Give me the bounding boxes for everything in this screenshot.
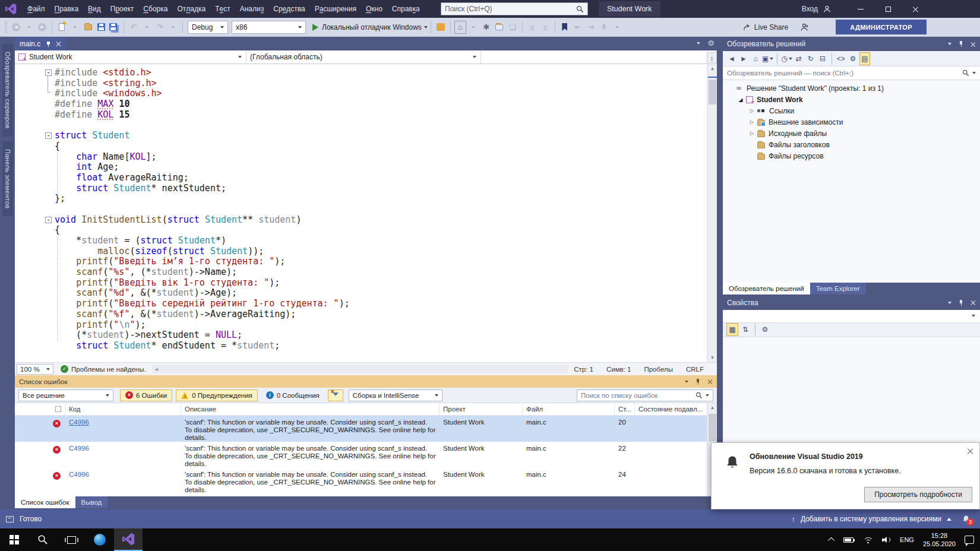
action-center-icon[interactable] <box>965 536 974 544</box>
filter-button[interactable] <box>328 390 343 401</box>
source-control-chevron-icon[interactable] <box>947 518 951 521</box>
language-indicator[interactable]: ENG <box>900 536 914 543</box>
view-details-button[interactable]: Просмотреть подробности <box>864 487 972 502</box>
menu-item-6[interactable]: Тест <box>210 0 235 18</box>
visual-studio-taskbar-button[interactable] <box>114 528 143 551</box>
side-tab-1[interactable]: Панель элементов <box>2 141 13 216</box>
volume-icon[interactable] <box>882 536 891 543</box>
properties-icon[interactable]: ⚙ <box>759 323 771 336</box>
window-position-chevron-icon[interactable] <box>948 302 951 304</box>
add-to-source-control-button[interactable]: Добавить в систему управления версиями <box>801 515 941 523</box>
tab-output[interactable]: Вывод <box>75 496 108 508</box>
show-all-files-icon[interactable]: ▤ <box>859 52 870 65</box>
next-bookmark-icon[interactable]: ⇥ <box>585 21 597 34</box>
error-search-input[interactable]: Поиск по списку ошибок <box>577 390 713 401</box>
error-row[interactable]: ×C4996'scanf': This function or variable… <box>15 442 717 468</box>
project-scope-dropdown[interactable]: Student Work <box>15 50 246 64</box>
wifi-icon[interactable] <box>862 536 873 543</box>
scroll-up-icon[interactable]: ▲ <box>707 403 717 412</box>
copy-icon[interactable]: ❏ <box>507 21 519 34</box>
expand-arrow-icon[interactable]: ▷ <box>748 108 756 113</box>
column-file[interactable]: Файл <box>523 403 615 415</box>
scrollbar-thumb[interactable] <box>709 414 716 441</box>
error-row[interactable]: ×C4996'scanf': This function or variable… <box>15 494 717 496</box>
menu-item-11[interactable]: Справка <box>387 0 425 18</box>
errors-filter-button[interactable]: × 6 Ошибки <box>120 390 172 401</box>
menu-item-3[interactable]: Проект <box>106 0 139 18</box>
error-list-titlebar[interactable]: Список ошибок <box>15 375 717 388</box>
editor-vertical-scrollbar[interactable]: ↕ ▲ ▼ <box>707 64 717 362</box>
column-suppression[interactable]: Состояние подавл... <box>635 403 717 415</box>
scrollbar-thumb[interactable] <box>709 80 716 104</box>
categorized-icon[interactable]: ▦ <box>726 323 738 336</box>
editor-options-gear-icon[interactable]: ⚙ <box>707 39 715 48</box>
tray-expand-chevron-icon[interactable] <box>828 537 834 544</box>
solution-explorer-titlebar[interactable]: Обозреватель решений <box>723 37 980 51</box>
tab-team-explorer[interactable]: Team Explorer <box>810 283 866 294</box>
bookmark-icon[interactable] <box>559 21 571 34</box>
expand-arrow-icon[interactable]: ▷ <box>748 131 756 136</box>
open-file-button[interactable] <box>82 21 94 34</box>
toolbar-overflow-chevron[interactable] <box>467 21 479 34</box>
undo-chevron[interactable] <box>141 21 153 34</box>
error-code-link[interactable]: C4996 <box>65 442 181 468</box>
pin-icon[interactable] <box>959 300 963 306</box>
pin-tab-icon[interactable] <box>46 41 51 47</box>
start-button[interactable] <box>0 528 29 551</box>
view-code-icon[interactable]: <> <box>836 52 846 65</box>
add-user-icon[interactable] <box>800 23 810 32</box>
refresh-icon[interactable]: ↻ <box>805 52 816 65</box>
save-button[interactable] <box>95 21 107 34</box>
properties-titlebar[interactable]: Свойства <box>723 296 980 310</box>
line-ending-indicator[interactable]: CRLF <box>686 366 704 373</box>
split-editor-handle[interactable]: ↕ <box>707 52 717 63</box>
tab-list-chevron-icon[interactable] <box>697 42 700 45</box>
live-share-button[interactable]: Live Share <box>742 23 788 31</box>
tree-item-6[interactable]: Файлы ресурсов <box>723 150 980 162</box>
navigate-home-icon[interactable]: ⌂ <box>454 21 466 34</box>
start-debugging-button[interactable]: Локальный отладчик Windows <box>322 23 422 31</box>
switch-views-icon[interactable]: ▣ <box>762 52 773 65</box>
administrator-button[interactable]: АДМИНИСТРАТОР <box>836 20 927 34</box>
new-project-chevron[interactable] <box>69 21 81 34</box>
save-all-button[interactable] <box>108 21 120 34</box>
solution-search-input[interactable]: Обозреватель решений — поиск (Ctrl+;) <box>723 66 980 80</box>
tree-item-0[interactable]: ∞Решение "Student Work" (проекты: 1 из 1… <box>723 83 980 94</box>
collapse-all-icon[interactable]: ⊟ <box>817 52 828 65</box>
select-cursor-icon[interactable]: ✱ <box>480 21 492 34</box>
clear-bookmarks-icon[interactable]: ⇞ <box>598 21 610 34</box>
menu-item-0[interactable]: Файл <box>23 0 50 18</box>
properties-object-dropdown[interactable] <box>723 310 980 323</box>
start-debugging-chevron[interactable] <box>424 26 428 28</box>
back-icon[interactable]: ◄ <box>726 52 737 65</box>
forward-icon[interactable]: ► <box>738 52 749 65</box>
messages-filter-button[interactable]: i 0 Сообщения <box>261 390 324 401</box>
error-code-link[interactable]: C4996 <box>65 416 181 442</box>
horizontal-scrollbar[interactable]: ◄ <box>152 365 568 373</box>
tree-item-4[interactable]: ▷Исходные файлы <box>723 128 980 139</box>
user-account-icon[interactable] <box>823 5 832 14</box>
properties-icon[interactable]: ⚙ <box>848 52 858 65</box>
menu-item-4[interactable]: Сборка <box>138 0 172 18</box>
warnings-filter-button[interactable]: 0 Предупреждения <box>176 390 258 401</box>
redo-button[interactable]: ↷ <box>154 21 166 34</box>
menu-item-9[interactable]: Расширения <box>310 0 361 18</box>
tab-solution-explorer[interactable]: Обозреватель решений <box>723 283 810 294</box>
menu-item-1[interactable]: Правка <box>50 0 84 18</box>
battery-icon[interactable] <box>843 537 853 543</box>
menu-item-8[interactable]: Средства <box>268 0 309 18</box>
toolbar-options-chevron[interactable] <box>611 21 623 34</box>
attach-to-process-icon[interactable] <box>435 21 447 34</box>
pending-changes-icon[interactable]: ◷ <box>781 52 792 65</box>
menu-item-2[interactable]: Вид <box>83 0 106 18</box>
pin-icon[interactable] <box>696 379 700 385</box>
code-surface[interactable]: -#include <stdio.h>#include <string.h>#i… <box>15 64 717 362</box>
navigate-back-chevron[interactable] <box>23 21 35 34</box>
clock[interactable]: 15:28 25.05.2020 <box>923 531 956 549</box>
sign-in-link[interactable]: Вход <box>802 5 818 13</box>
method-dropdown[interactable] <box>481 50 717 64</box>
expand-arrow-icon[interactable]: ▷ <box>748 119 756 125</box>
tree-item-3[interactable]: ▷Внешние зависимости <box>723 116 980 128</box>
quick-search-input[interactable]: Поиск (Ctrl+Q) <box>441 2 588 15</box>
menu-item-7[interactable]: Анализ <box>235 0 269 18</box>
